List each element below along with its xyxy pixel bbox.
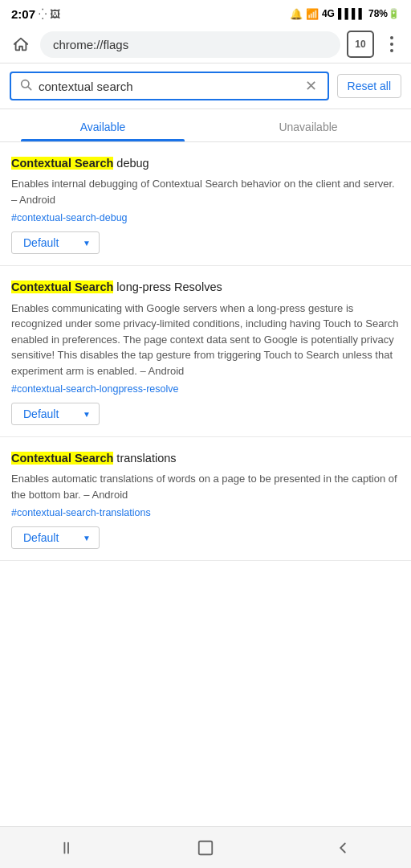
flag-title-highlight-3: Contextual Search (11, 452, 113, 465)
battery-label: 78%🔋 (368, 8, 400, 19)
flag-title-rest-1: debug (113, 157, 149, 170)
flag-desc-1: Enables internal debugging of Contextual… (11, 176, 400, 207)
dropdown-arrow-2: ▼ (83, 410, 91, 419)
flag-dropdown-1[interactable]: Default ▼ (11, 231, 100, 254)
dropdown-arrow-3: ▼ (83, 534, 91, 542)
svg-rect-4 (199, 841, 213, 854)
nav-back-button[interactable] (319, 832, 367, 864)
search-box[interactable]: contextual search ✕ (10, 72, 329, 100)
home-button[interactable] (8, 31, 34, 57)
flag-title-rest-3: translations (113, 452, 176, 465)
flag-dropdown-2[interactable]: Default ▼ (11, 403, 100, 425)
address-bar[interactable]: chrome://flags (40, 31, 340, 58)
flag-link-1[interactable]: #contextual-search-debug (11, 212, 400, 223)
search-query: contextual search (39, 80, 297, 93)
status-time: 2:07 (11, 7, 35, 21)
flag-title-highlight-1: Contextual Search (11, 157, 113, 170)
nav-home-button[interactable] (181, 832, 230, 864)
flag-item-contextual-search-debug: Contextual Search debug Enables internal… (0, 142, 411, 266)
menu-dot-2 (390, 43, 393, 46)
flags-list: Contextual Search debug Enables internal… (0, 142, 411, 561)
flag-item-contextual-search-translations: Contextual Search translations Enables a… (0, 437, 411, 561)
alarm-icon: 🔔 (290, 8, 303, 20)
url-text: chrome://flags (53, 38, 128, 51)
nav-bar (0, 826, 411, 868)
flag-item-contextual-search-longpress: Contextual Search long-press Resolves En… (0, 266, 411, 437)
wifi-icon: 📶 (306, 8, 319, 20)
tabs-row: Available Unavailable (0, 109, 411, 142)
svg-line-1 (28, 87, 31, 90)
flag-link-3[interactable]: #contextual-search-translations (11, 507, 400, 518)
flag-title-1: Contextual Search debug (11, 155, 400, 171)
tab-unavailable[interactable]: Unavailable (206, 109, 411, 141)
dropdown-arrow-1: ▼ (83, 239, 91, 248)
flag-title-rest-2: long-press Resolves (113, 280, 222, 293)
grid-icon: ⁛ (39, 8, 47, 20)
search-row: contextual search ✕ Reset all (0, 63, 411, 109)
signal-label: 4G (322, 8, 335, 19)
browser-toolbar: chrome://flags 10 (0, 26, 411, 63)
reset-all-button[interactable]: Reset all (337, 74, 401, 98)
flag-dropdown-value-3: Default (23, 531, 59, 544)
flag-title-highlight-2: Contextual Search (11, 280, 113, 293)
flag-dropdown-value-1: Default (23, 236, 59, 249)
flag-title-3: Contextual Search translations (11, 450, 400, 466)
flag-title-2: Contextual Search long-press Resolves (11, 279, 400, 295)
menu-dot-3 (390, 49, 393, 52)
flag-dropdown-3[interactable]: Default ▼ (11, 526, 100, 549)
browser-menu-button[interactable] (380, 33, 403, 55)
menu-dot-1 (390, 36, 393, 39)
status-bar: 2:07 ⁛ 🖼 🔔 📶 4G ▌▌▌▌ 78%🔋 (0, 0, 411, 26)
search-icon (19, 78, 32, 94)
image-icon: 🖼 (50, 8, 60, 20)
flag-desc-3: Enables automatic translations of words … (11, 471, 400, 502)
clear-search-button[interactable]: ✕ (303, 78, 319, 94)
flag-link-2[interactable]: #contextual-search-longpress-resolve (11, 383, 400, 395)
flag-dropdown-value-2: Default (23, 407, 59, 420)
signal-bars-icon: ▌▌▌▌ (338, 8, 365, 19)
flag-desc-2: Enables communicating with Google server… (11, 301, 400, 379)
tab-count-button[interactable]: 10 (347, 31, 374, 58)
nav-recent-button[interactable] (44, 832, 92, 864)
tab-available[interactable]: Available (0, 109, 206, 141)
